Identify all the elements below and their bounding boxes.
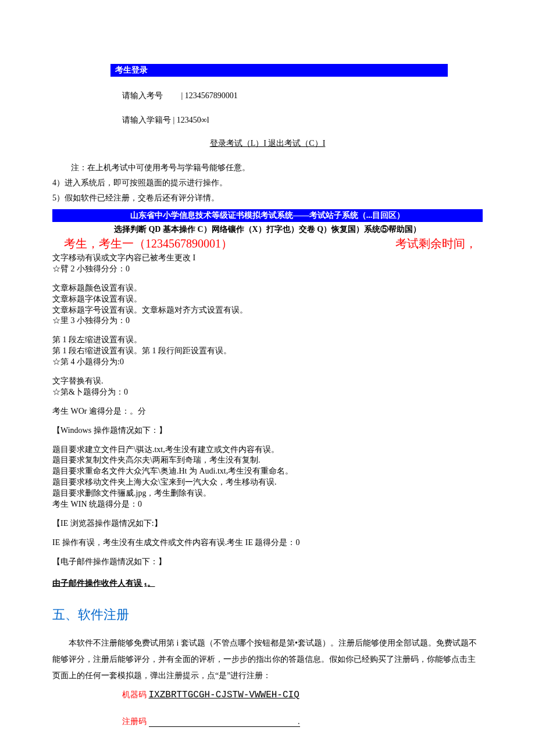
login-buttons-row: 登录考试（L）I 退出考试（C）I [52, 138, 483, 149]
fb-line: 文字替换有误. [52, 376, 483, 387]
fb-line: 考生 WIN 统题得分是：0 [52, 499, 483, 510]
fb-line: ☆臂 2 小独得分分：0 [52, 264, 483, 275]
login-exit-buttons[interactable]: 登录考试（L）I 退出考试（C）I [210, 139, 326, 148]
student-name: 考生，考生一（1234567890001） [64, 237, 233, 250]
fb-line: 题目要求复制文件夹高尔夫\两厢车到奇瑞，考生没有复制. [52, 455, 483, 466]
registration-code-label: 注册码 [122, 717, 147, 726]
fb-line: 文章标题字体设置有误。 [52, 294, 483, 305]
machine-code-label: 机器码 [122, 690, 149, 699]
system-title-bar: 山东省中小学信息技术等级证书模拟考试系统——考试站子系统（...目回区） [52, 209, 483, 222]
registration-code-row: 注册码 . [122, 716, 483, 727]
exam-number-field: 请输入考号 | 1234567890001 [122, 91, 483, 101]
fb-line: ☆第&卜题得分为：0 [52, 387, 483, 398]
fb-line: 题目要求建立文件日产\骐达.txt,考生没有建立或文件内容有误。 [52, 445, 483, 456]
fb-section-email: 【电子邮件操作题情况如下：】 [52, 557, 483, 568]
registration-code-input[interactable]: . [149, 717, 300, 727]
score-feedback-block: 文字移动有误或文字内容已被考生更改 I ☆臂 2 小独得分分：0 文章标题颜色设… [52, 253, 483, 568]
fb-section-windows: 【Windows 操作题情况如下：】 [52, 425, 483, 436]
exam-number-value: | 1234567890001 [181, 91, 238, 100]
machine-code-value: IXZBRTTGCGH-CJSTW-VWWEH-CIQ [149, 690, 299, 700]
fb-line: ☆里 3 小独得分为：0 [52, 316, 483, 327]
fb-line: 题目要求重命名文件大众汽车\奥迪.Ht 为 Audi.txt,考生没有重命名。 [52, 466, 483, 477]
fb-line: ☆第 4 小题得分为:0 [52, 357, 483, 368]
student-id-label: 请输入学籍号 | [122, 116, 177, 124]
machine-code-row: 机器码 IXZBRTTGCGH-CJSTW-VWWEH-CIQ [122, 690, 483, 700]
menu-bar[interactable]: 选择判断 QD 基本操作 C）网络镶作（X）打字也）交卷 Q）恢复国）系统⑤帮助… [52, 224, 483, 235]
login-header-bar: 考生登录 [110, 64, 448, 77]
step-5: 5）假如软件已经注册，交卷后还有评分详情。 [52, 193, 483, 203]
fb-line: 文字移动有误或文字内容已被考生更改 I [52, 253, 483, 264]
exam-timer-label: 考试剩余时间， [395, 236, 483, 252]
fb-line: 文章标题颜色设置有误。 [52, 283, 483, 294]
fb-line: 文章标题字号设置有误。文章标题对齐方式设置有误。 [52, 305, 483, 316]
email-error-line: 由子邮件操作收件人有误 ₁。 [52, 578, 483, 589]
fb-section-ie: 【IE 浏览器操作题情况如下:】 [52, 518, 483, 529]
fb-line: 题目要求移动文件夹上海大众\宝来到一汽大众，考生移动有误. [52, 477, 483, 488]
fb-line: 第 1 段右缩进设置有误。第 1 段行间距设置有误。 [52, 346, 483, 357]
section-5-heading: 五、软件注册 [52, 606, 483, 624]
exam-number-label: 请输入考号 [122, 91, 163, 100]
fb-line: 考生 WOr 逾得分是：。分 [52, 406, 483, 417]
fb-line: IE 操作有误，考生没有生成文件或文件内容有误.考生 IE 题得分是：0 [52, 538, 483, 549]
fb-line: 题目要求删除文件骊威.jpg，考生删除有误。 [52, 488, 483, 499]
student-info-row: 考生，考生一（1234567890001） 考试剩余时间， [52, 236, 483, 252]
fb-line: 第 1 段左缩进设置有误。 [52, 335, 483, 346]
step-4: 4）进入系统后，即可按照题面的提示进行操作。 [52, 178, 483, 188]
section-5-paragraph: 本软件不注册能够免费试用第 i 套试题（不管点哪个按钮都是第•套试题）。注册后能… [52, 635, 483, 684]
student-id-field: 请输入学籍号 | 123450∞l [122, 115, 483, 126]
note-line: 注：在上机考试中可使用考号与学籍号能够任意。 [71, 163, 483, 173]
student-id-value: 123450∞l [177, 116, 209, 124]
